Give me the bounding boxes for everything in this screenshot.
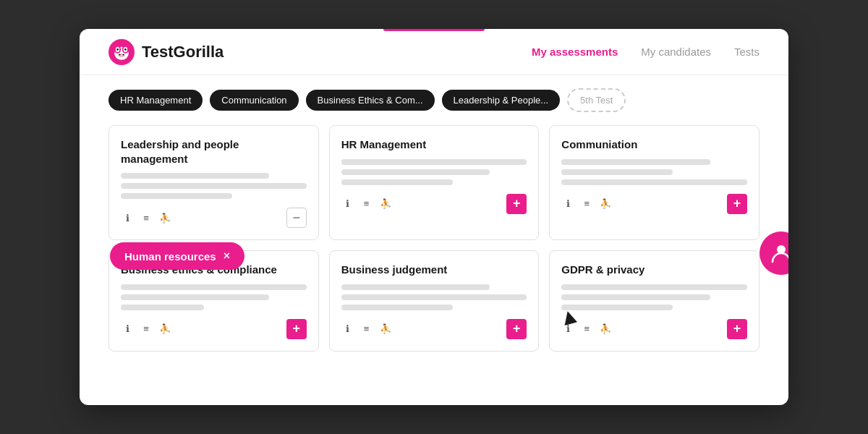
svg-point-6 <box>116 48 119 51</box>
card-add-button-hr[interactable]: + <box>506 194 527 214</box>
list-icon: ≡ <box>580 323 593 336</box>
card-hr-management: HR Management ℹ ≡ ⛹ + <box>329 125 540 240</box>
list-icon: ≡ <box>140 211 153 224</box>
skeleton <box>341 294 527 300</box>
group-icon: ⛹ <box>158 211 171 224</box>
skeleton <box>561 294 710 300</box>
card-leadership: Leadership and people management ℹ ≡ ⛹ − <box>109 125 319 240</box>
list-icon: ≡ <box>580 197 593 210</box>
card-business-judgement: Business judgement ℹ ≡ ⛹ + <box>329 250 540 352</box>
card-title-comm: Communiation <box>561 137 747 152</box>
filter-communication[interactable]: Communication <box>210 90 298 111</box>
group-icon: ⛹ <box>599 197 612 210</box>
nav-bar: TestGorilla My assessments My candidates… <box>80 29 788 75</box>
list-icon: ≡ <box>360 323 373 336</box>
info-icon: ℹ <box>341 197 354 210</box>
group-icon: ⛹ <box>379 323 392 336</box>
info-icon: ℹ <box>121 323 134 336</box>
skeleton <box>121 173 269 179</box>
group-icon: ⛹ <box>379 197 392 210</box>
filter-bar: HR Management Communication Business Eth… <box>80 75 788 125</box>
skeleton <box>121 294 269 300</box>
info-icon: ℹ <box>121 211 134 224</box>
filter-business-ethics[interactable]: Business Ethics & Com... <box>306 90 435 111</box>
skeleton <box>341 305 453 310</box>
skeleton <box>561 305 673 310</box>
logo-text: TestGorilla <box>142 43 224 61</box>
skeleton <box>341 284 490 290</box>
card-gdpr: GDPR & privacy ℹ ≡ ⛹ + <box>549 250 760 352</box>
tooltip-bubble: Human resources × <box>110 242 244 270</box>
card-title-hr: HR Management <box>341 137 527 152</box>
card-footer: ℹ ≡ ⛹ + <box>341 319 527 339</box>
avatar-icon <box>770 242 788 265</box>
list-icon: ≡ <box>140 323 153 336</box>
card-add-button-ethics[interactable]: + <box>286 319 307 339</box>
info-icon: ℹ <box>561 197 574 210</box>
card-title-leadership: Leadership and people management <box>121 137 307 166</box>
card-add-button-gdpr[interactable]: + <box>727 319 747 339</box>
cards-grid: Leadership and people management ℹ ≡ ⛹ −… <box>80 125 788 352</box>
filter-5th-test[interactable]: 5th Test <box>567 88 626 112</box>
skeleton <box>341 159 527 165</box>
svg-point-10 <box>122 54 124 55</box>
logo-icon <box>109 39 135 65</box>
nav-tests[interactable]: Tests <box>734 46 760 58</box>
info-icon: ℹ <box>561 323 574 336</box>
card-title-gdpr: GDPR & privacy <box>561 263 747 277</box>
skeleton <box>561 169 673 175</box>
card-add-button-comm[interactable]: + <box>727 194 747 214</box>
logo-area: TestGorilla <box>109 39 224 65</box>
svg-point-8 <box>119 53 125 56</box>
skeleton <box>121 305 204 310</box>
card-remove-button[interactable]: − <box>286 208 307 228</box>
skeleton <box>561 159 710 165</box>
browser-window: TestGorilla My assessments My candidates… <box>80 29 788 405</box>
card-footer: ℹ ≡ ⛹ − <box>121 208 307 228</box>
card-add-button-judgement[interactable]: + <box>506 319 527 339</box>
card-communication: Communiation ℹ ≡ ⛹ + <box>549 125 760 240</box>
active-tab-indicator <box>383 29 485 31</box>
skeleton <box>121 284 307 290</box>
list-icon: ≡ <box>360 197 373 210</box>
skeleton <box>561 284 747 290</box>
tooltip-label: Human resources <box>124 250 216 263</box>
group-icon: ⛹ <box>158 323 171 336</box>
skeleton <box>561 179 747 185</box>
svg-point-7 <box>124 48 127 51</box>
card-footer: ℹ ≡ ⛹ + <box>121 319 307 339</box>
info-icon: ℹ <box>341 323 354 336</box>
nav-links: My assessments My candidates Tests <box>532 46 760 58</box>
svg-point-9 <box>119 54 121 55</box>
skeleton <box>121 193 232 199</box>
group-icon: ⛹ <box>599 323 612 336</box>
card-footer: ℹ ≡ ⛹ + <box>561 319 747 339</box>
filter-hr-management[interactable]: HR Management <box>109 90 203 111</box>
skeleton <box>121 183 307 189</box>
filter-leadership[interactable]: Leadership & People... <box>442 90 561 111</box>
skeleton <box>341 179 453 185</box>
card-title-judgement: Business judgement <box>341 263 527 277</box>
card-footer: ℹ ≡ ⛹ + <box>341 194 527 214</box>
nav-my-assessments[interactable]: My assessments <box>532 46 618 58</box>
tooltip-close-button[interactable]: × <box>224 250 230 263</box>
card-footer: ℹ ≡ ⛹ + <box>561 194 747 214</box>
nav-my-candidates[interactable]: My candidates <box>641 46 711 58</box>
skeleton <box>341 169 490 175</box>
